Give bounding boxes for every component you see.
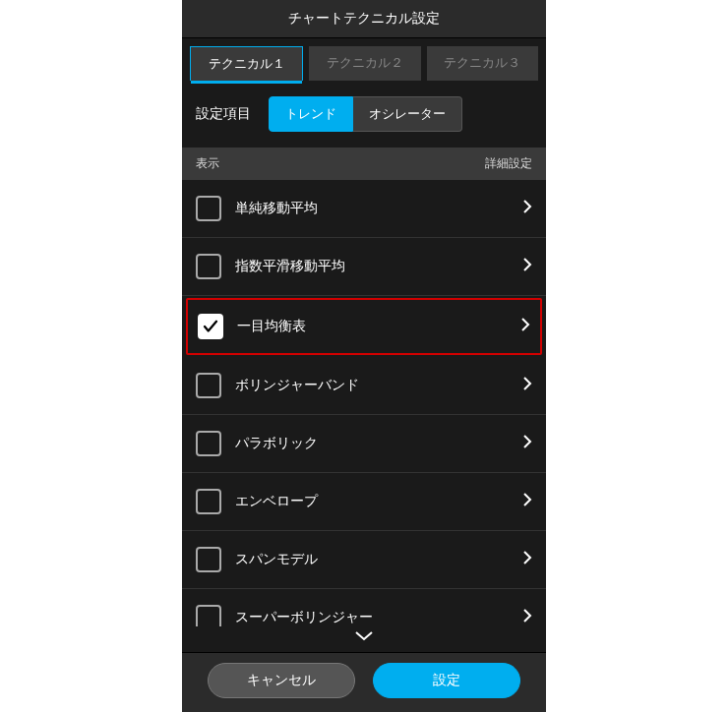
tab-technical-2[interactable]: テクニカル２: [309, 46, 420, 81]
indicator-list[interactable]: 単純移動平均指数平滑移動平均一目均衡表ボリンジャーバンドパラボリックエンベロープ…: [182, 180, 546, 626]
tab-bar: テクニカル１ テクニカル２ テクニカル３: [182, 38, 546, 81]
indicator-label: ボリンジャーバンド: [235, 377, 509, 394]
list-item[interactable]: ボリンジャーバンド: [182, 357, 546, 415]
settings-row: 設定項目 トレンド オシレーター: [182, 81, 546, 148]
list-item[interactable]: エンベロープ: [182, 473, 546, 531]
list-item[interactable]: スーパーボリンジャー: [182, 589, 546, 626]
checkbox[interactable]: [196, 605, 221, 626]
indicator-label: パラボリック: [235, 435, 509, 452]
list-item[interactable]: スパンモデル: [182, 531, 546, 589]
chevron-down-icon: [354, 630, 374, 642]
chevron-right-icon[interactable]: [522, 257, 532, 276]
indicator-label: スーパーボリンジャー: [235, 609, 509, 626]
indicator-label: 一目均衡表: [237, 318, 507, 335]
checkbox[interactable]: [196, 254, 221, 279]
segment-oscillator[interactable]: オシレーター: [353, 96, 462, 132]
chevron-right-icon[interactable]: [522, 550, 532, 569]
chevron-right-icon[interactable]: [522, 492, 532, 511]
list-item[interactable]: パラボリック: [182, 415, 546, 473]
checkbox[interactable]: [198, 314, 223, 339]
checkbox[interactable]: [196, 547, 221, 572]
segment-control: トレンド オシレーター: [269, 96, 462, 132]
app-screen: チャートテクニカル設定 テクニカル１ テクニカル２ テクニカル３ 設定項目 トレ…: [182, 0, 546, 712]
checkbox[interactable]: [196, 431, 221, 456]
checkbox[interactable]: [196, 373, 221, 398]
chevron-right-icon[interactable]: [522, 376, 532, 395]
indicator-label: スパンモデル: [235, 551, 509, 568]
list-header: 表示 詳細設定: [182, 148, 546, 180]
chevron-right-icon[interactable]: [522, 434, 532, 453]
segment-trend[interactable]: トレンド: [269, 96, 353, 132]
indicator-label: 指数平滑移動平均: [235, 258, 509, 275]
list-header-right: 詳細設定: [485, 155, 532, 172]
footer-bar: キャンセル 設定: [182, 652, 546, 712]
list-header-left: 表示: [196, 155, 219, 172]
checkbox[interactable]: [196, 196, 221, 221]
settings-label: 設定項目: [196, 105, 251, 123]
cancel-button[interactable]: キャンセル: [208, 663, 355, 698]
confirm-button[interactable]: 設定: [373, 663, 520, 698]
list-item[interactable]: 指数平滑移動平均: [182, 238, 546, 296]
list-item[interactable]: 一目均衡表: [186, 298, 542, 355]
chevron-right-icon[interactable]: [520, 317, 530, 336]
checkbox[interactable]: [196, 489, 221, 514]
more-indicator: [182, 626, 546, 652]
indicator-label: 単純移動平均: [235, 200, 509, 217]
tab-technical-3[interactable]: テクニカル３: [427, 46, 538, 81]
chevron-right-icon[interactable]: [522, 608, 532, 626]
indicator-label: エンベロープ: [235, 493, 509, 510]
tab-technical-1[interactable]: テクニカル１: [190, 46, 303, 81]
chevron-right-icon[interactable]: [522, 199, 532, 218]
page-title: チャートテクニカル設定: [182, 0, 546, 38]
list-item[interactable]: 単純移動平均: [182, 180, 546, 238]
